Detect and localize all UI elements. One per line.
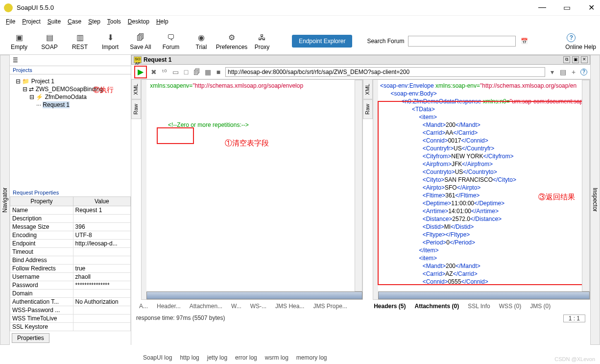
menu-project[interactable]: Project	[22, 18, 40, 25]
property-row[interactable]: Authentication T...No Authorization	[10, 298, 131, 306]
property-row[interactable]: WSS TimeToLive	[10, 315, 131, 323]
toolbar-soap[interactable]: ▤SOAP	[34, 32, 65, 50]
property-row[interactable]: WSS-Password ...	[10, 306, 131, 315]
toolbar-preferences[interactable]: ⚙Preferences	[216, 32, 247, 50]
hscroll-req[interactable]	[146, 291, 362, 299]
add-icon[interactable]: +	[570, 68, 577, 76]
response-raw-tab[interactable]: Raw	[363, 99, 373, 119]
property-row[interactable]: Endpointhttp://leosap-d...	[10, 240, 131, 248]
toolbar-empty[interactable]: ▣Empty	[4, 32, 34, 50]
doc-max-icon[interactable]: ▣	[572, 56, 579, 63]
watermark: CSDN @XLevon	[554, 356, 595, 362]
toolbar-rest[interactable]: ▥REST	[65, 32, 95, 50]
request-raw-tab[interactable]: Raw	[131, 99, 141, 119]
resp-tab[interactable]: Attachments (0)	[415, 303, 459, 310]
req-tab[interactable]: Header...	[157, 303, 181, 310]
maximize-button[interactable]: ▭	[562, 3, 572, 12]
menu-file[interactable]: File	[6, 18, 15, 25]
req-tab[interactable]: WS-...	[250, 303, 266, 310]
resp-tab[interactable]: JMS (0)	[530, 303, 551, 310]
date-icon[interactable]: 📅	[521, 38, 528, 45]
req-tab[interactable]: JMS Hea...	[275, 303, 304, 310]
log-tab[interactable]: error log	[235, 354, 257, 361]
response-xml-tab[interactable]: XML	[363, 79, 373, 99]
property-row[interactable]: SSL Keystore	[10, 323, 131, 331]
toolbar-trial[interactable]: ◉Trial	[186, 32, 216, 50]
req-tab[interactable]: A...	[139, 303, 148, 310]
online-help-button[interactable]: ? Online Help	[565, 32, 596, 50]
endpoint-url-input[interactable]	[225, 67, 545, 77]
annotation-execute: ②执行	[93, 86, 114, 95]
property-row[interactable]: Timeout	[10, 248, 131, 256]
play-icon: ▶	[138, 67, 144, 76]
log-tab[interactable]: memory log	[296, 354, 327, 361]
stop2-icon[interactable]: ■	[215, 68, 222, 76]
dropdown-icon[interactable]: ▾	[548, 68, 556, 76]
resp-tab[interactable]: Headers (5)	[374, 303, 406, 310]
search-forum-label: Search Forum	[367, 38, 404, 45]
property-row[interactable]: Follow Redirectstrue	[10, 265, 131, 273]
property-row[interactable]: Usernamezhaoll	[10, 273, 131, 281]
doc-close-icon[interactable]: ✕	[581, 56, 588, 63]
doc-restore-icon[interactable]: ⧉	[563, 56, 570, 63]
annotation-clear-fields: ①清空表字段	[225, 139, 269, 148]
req-tab[interactable]: W...	[231, 303, 241, 310]
menu-suite[interactable]: Suite	[48, 18, 61, 25]
mock-icon[interactable]: ▭	[171, 68, 179, 76]
menu-step[interactable]: Step	[88, 18, 100, 25]
empty-icon[interactable]: □	[182, 68, 190, 76]
tree-project: ⊟ 📁 Project 1	[16, 77, 129, 85]
req-tab[interactable]: Attachmen...	[190, 303, 222, 310]
property-row[interactable]: NameRequest 1	[10, 206, 131, 215]
menu-desktop[interactable]: Desktop	[128, 18, 149, 25]
property-row[interactable]: Domain	[10, 290, 131, 298]
inspector-tab[interactable]: Inspector	[590, 55, 600, 345]
stop-icon[interactable]: ✖	[150, 68, 158, 76]
properties-button[interactable]: Properties	[12, 333, 49, 343]
run-button[interactable]: ▶	[134, 66, 147, 78]
app-logo-icon	[4, 3, 13, 12]
raw-icon[interactable]: ▦	[204, 68, 212, 76]
add-assertion-icon[interactable]: ᵗ⁰	[161, 68, 168, 76]
properties-table[interactable]: PropertyValue NameRequest 1DescriptionMe…	[10, 196, 131, 331]
menu-tools[interactable]: Tools	[107, 18, 121, 25]
help-icon[interactable]: ?	[580, 69, 587, 75]
response-xml-pane[interactable]: <soap-env:Envelope xmlns:soap-env="http:…	[373, 79, 590, 300]
log-tab[interactable]: SoapUI log	[143, 354, 172, 361]
response-bottom-tabs[interactable]: Headers (5)Attachments (0)SSL InfoWSS (0…	[366, 300, 590, 313]
resp-tab[interactable]: WSS (0)	[499, 303, 521, 310]
property-row[interactable]: Message Size396	[10, 223, 131, 231]
close-button[interactable]: ✕	[586, 3, 596, 12]
menu-case[interactable]: Case	[68, 18, 81, 25]
endpoint-explorer-button[interactable]: Endpoint Explorer	[292, 35, 352, 48]
toolbar-import[interactable]: ⬇Import	[95, 32, 125, 50]
zoom-ratio[interactable]: 1 : 1	[563, 315, 585, 322]
navigator-tab[interactable]: Navigator	[0, 55, 10, 345]
hscroll-resp[interactable]	[378, 291, 590, 299]
toolbar-save-all[interactable]: 🗐Save All	[125, 32, 156, 50]
filter-icon[interactable]: ▤	[559, 68, 567, 76]
request-properties-header: Request Properties	[10, 189, 131, 196]
vscroll-resp[interactable]	[582, 80, 590, 291]
document-title: Request 1	[144, 56, 171, 63]
toolbar-forum[interactable]: 🗨Forum	[156, 32, 186, 50]
req-tab[interactable]: JMS Prope...	[313, 303, 347, 310]
property-row[interactable]: Description	[10, 215, 131, 223]
menu-help[interactable]: Help	[156, 18, 168, 25]
log-tab[interactable]: wsrm log	[265, 354, 288, 361]
log-tab[interactable]: jetty log	[207, 354, 227, 361]
search-forum-input[interactable]	[408, 36, 516, 47]
request-xml-tab[interactable]: XML	[131, 79, 141, 99]
property-row[interactable]: Password***************	[10, 281, 131, 290]
resp-tab[interactable]: SSL Info	[468, 303, 490, 310]
log-tabs[interactable]: SoapUI loghttp logjetty logerror logwsrm…	[137, 351, 333, 364]
vscroll-req[interactable]	[355, 80, 362, 291]
minimize-button[interactable]: —	[537, 3, 547, 12]
log-tab[interactable]: http log	[180, 354, 199, 361]
request-xml-pane[interactable]: xmlns:soapenv="http://schemas.xmlsoap.or…	[141, 79, 363, 300]
create-icon[interactable]: 🗐	[193, 68, 201, 76]
property-row[interactable]: Bind Address	[10, 256, 131, 265]
property-row[interactable]: EncodingUTF-8	[10, 231, 131, 240]
toolbar-proxy[interactable]: 🖧Proxy	[247, 32, 277, 50]
request-bottom-tabs[interactable]: A...Header...Attachmen...W...WS-...JMS H…	[131, 300, 366, 313]
